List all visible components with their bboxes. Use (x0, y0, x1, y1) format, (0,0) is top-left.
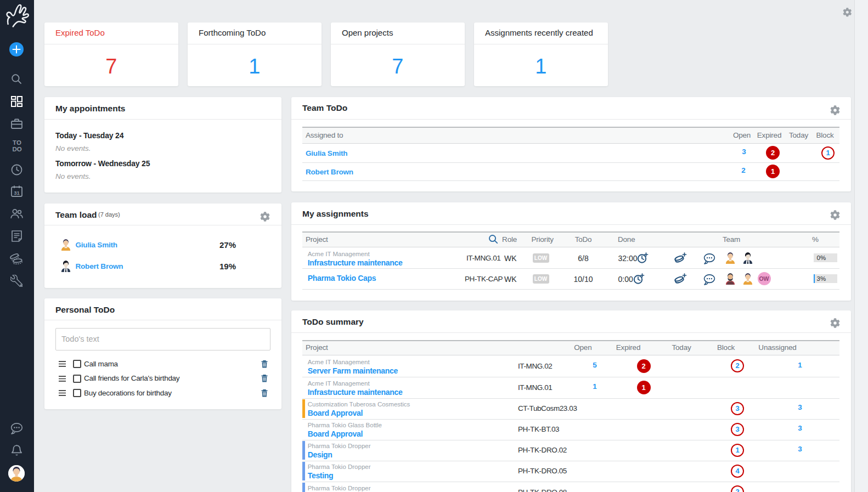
svg-text:31: 31 (14, 190, 20, 196)
